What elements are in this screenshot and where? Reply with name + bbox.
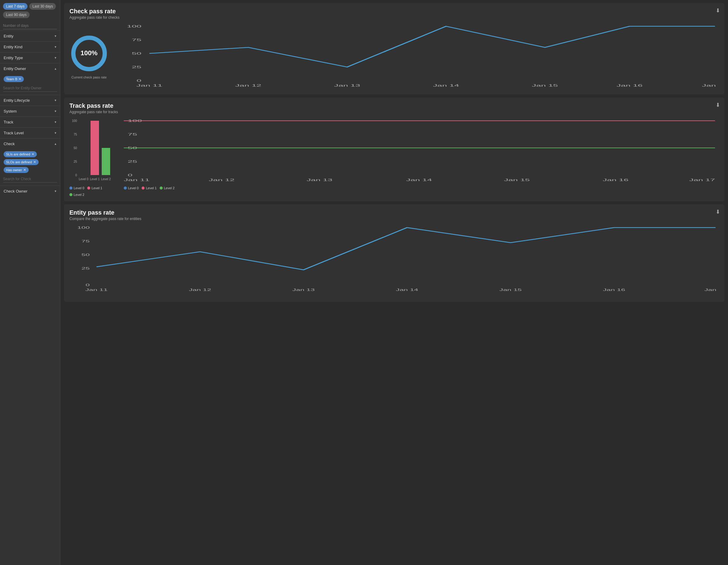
filter-system: System ▾ bbox=[0, 106, 60, 117]
check-search[interactable] bbox=[3, 176, 57, 183]
svg-text:25: 25 bbox=[74, 160, 77, 163]
track-legend-level0: Level 0 bbox=[124, 186, 139, 190]
track-legend-level0-label: Level 0 bbox=[128, 186, 139, 190]
filter-check-owner-label: Check Owner bbox=[4, 189, 27, 193]
filter-entity-label: Entity bbox=[4, 34, 14, 38]
bar-chart-legend: Level 0 Level 1 Level 2 bbox=[69, 186, 118, 196]
tag-slos-remove[interactable]: ✕ bbox=[33, 160, 36, 164]
entity-pass-rate-title: Entity pass rate bbox=[69, 209, 719, 216]
svg-text:Jan 12: Jan 12 bbox=[235, 84, 261, 88]
donut-container: 100% Current check pass rate bbox=[69, 34, 109, 79]
svg-text:Jan 12: Jan 12 bbox=[189, 288, 211, 292]
tag-team-b: Team B ✕ bbox=[4, 76, 24, 82]
bar-chart-container: 100 75 50 25 0 Level 0 Level 1 Level 2 bbox=[69, 118, 118, 196]
legend-level0: Level 0 bbox=[69, 186, 84, 190]
last-7-days-button[interactable]: Last 7 days bbox=[3, 3, 27, 10]
donut-chart: 100% bbox=[69, 34, 109, 73]
filter-entity-owner-label: Entity Owner bbox=[4, 66, 26, 71]
svg-text:0: 0 bbox=[128, 173, 133, 177]
filter-track-header[interactable]: Track ▾ bbox=[0, 117, 60, 127]
svg-text:Jan 13: Jan 13 bbox=[307, 178, 333, 182]
track-line-svg: 100 75 50 25 0 Jan 11 Jan 12 Jan 13 Jan … bbox=[124, 118, 719, 184]
filter-entity-kind-arrow: ▾ bbox=[55, 45, 56, 49]
filter-check-header[interactable]: Check ▴ bbox=[0, 139, 60, 149]
last-90-days-button[interactable]: Last 90 days bbox=[3, 11, 30, 18]
track-legend-level1: Level 1 bbox=[142, 186, 156, 190]
last-30-days-button[interactable]: Last 30 days bbox=[29, 3, 56, 10]
filter-check-arrow: ▴ bbox=[55, 142, 56, 146]
entity-pass-rate-download[interactable]: ⬇ bbox=[716, 209, 720, 215]
donut-label: Current check pass rate bbox=[72, 75, 107, 79]
filter-entity-kind: Entity Kind ▾ bbox=[0, 41, 60, 52]
days-input-container bbox=[0, 20, 60, 30]
tag-has-owner-label: Has owner bbox=[6, 168, 22, 172]
check-pass-rate-card: Check pass rate Aggregate pass rate for … bbox=[64, 3, 724, 94]
svg-text:50: 50 bbox=[74, 146, 77, 150]
track-pass-rate-card: Track pass rate Aggregate pass rate for … bbox=[64, 97, 724, 201]
track-pass-rate-subtitle: Aggregate pass rate for tracks bbox=[69, 110, 719, 114]
filter-entity-header[interactable]: Entity ▾ bbox=[0, 31, 60, 41]
filter-check-owner: Check Owner ▾ bbox=[0, 186, 60, 196]
filter-track-level: Track Level ▾ bbox=[0, 127, 60, 138]
filter-entity-lifecycle-label: Entity Lifecycle bbox=[4, 98, 30, 103]
svg-text:Jan 17: Jan 17 bbox=[704, 288, 719, 292]
filter-entity-owner: Entity Owner ▴ Team B ✕ bbox=[0, 63, 60, 95]
filter-check-content: SLIs are defined ✕ SLOs are defined ✕ Ha… bbox=[0, 149, 60, 186]
filter-entity-lifecycle-arrow: ▾ bbox=[55, 98, 56, 102]
svg-text:Jan 16: Jan 16 bbox=[603, 288, 625, 292]
track-legend-level1-dot bbox=[142, 187, 145, 190]
days-input[interactable] bbox=[3, 22, 57, 29]
filter-system-header[interactable]: System ▾ bbox=[0, 106, 60, 117]
filter-track-level-arrow: ▾ bbox=[55, 131, 56, 135]
tag-team-b-remove[interactable]: ✕ bbox=[18, 77, 21, 81]
filter-system-label: System bbox=[4, 109, 17, 113]
tag-has-owner: Has owner ✕ bbox=[4, 167, 29, 173]
filter-entity-type-arrow: ▾ bbox=[55, 56, 56, 60]
svg-text:Jan 13: Jan 13 bbox=[292, 288, 315, 292]
filter-check-owner-header[interactable]: Check Owner ▾ bbox=[0, 186, 60, 196]
filter-check-owner-arrow: ▾ bbox=[55, 189, 56, 193]
svg-text:Jan 14: Jan 14 bbox=[406, 178, 432, 182]
main-content: Check pass rate Aggregate pass rate for … bbox=[60, 0, 728, 565]
entity-owner-search[interactable] bbox=[3, 85, 57, 92]
entity-pass-rate-card: Entity pass rate Compare the aggregate p… bbox=[64, 204, 724, 302]
filter-entity-type: Entity Type ▾ bbox=[0, 52, 60, 63]
check-line-chart: 100 75 50 25 0 Jan 11 Jan 12 Jan 13 Jan … bbox=[118, 23, 719, 90]
track-pass-rate-download[interactable]: ⬇ bbox=[716, 102, 720, 108]
svg-text:Jan 15: Jan 15 bbox=[500, 288, 522, 292]
filter-entity-owner-content: Team B ✕ bbox=[0, 74, 60, 95]
svg-text:Jan 11: Jan 11 bbox=[124, 178, 150, 182]
filter-check-label: Check bbox=[4, 142, 15, 146]
legend-level1: Level 1 bbox=[87, 186, 102, 190]
filter-entity-type-header[interactable]: Entity Type ▾ bbox=[0, 53, 60, 63]
entity-line-chart: 100 75 50 25 0 Jan 11 Jan 12 Jan 13 Jan … bbox=[69, 225, 719, 297]
track-line-legend: Level 0 Level 1 Level 2 bbox=[124, 186, 719, 190]
svg-rect-32 bbox=[102, 148, 110, 175]
filter-entity-lifecycle-header[interactable]: Entity Lifecycle ▾ bbox=[0, 95, 60, 106]
filter-entity-lifecycle: Entity Lifecycle ▾ bbox=[0, 95, 60, 106]
svg-text:0: 0 bbox=[137, 79, 142, 83]
filter-system-arrow: ▾ bbox=[55, 109, 56, 113]
svg-text:50: 50 bbox=[132, 52, 142, 56]
filter-track-level-header[interactable]: Track Level ▾ bbox=[0, 128, 60, 138]
tag-slos: SLOs are defined ✕ bbox=[4, 159, 39, 165]
filter-entity-owner-header[interactable]: Entity Owner ▴ bbox=[0, 63, 60, 74]
tag-slis-remove[interactable]: ✕ bbox=[31, 152, 34, 156]
svg-text:Jan 11: Jan 11 bbox=[136, 84, 163, 88]
svg-text:75: 75 bbox=[74, 133, 77, 136]
svg-text:Jan 15: Jan 15 bbox=[532, 84, 558, 88]
track-inner: 100 75 50 25 0 Level 0 Level 1 Level 2 bbox=[69, 118, 719, 196]
svg-rect-31 bbox=[91, 121, 99, 175]
legend-level1-dot bbox=[87, 187, 90, 190]
filter-entity-kind-header[interactable]: Entity Kind ▾ bbox=[0, 42, 60, 52]
check-line-svg: 100 75 50 25 0 Jan 11 Jan 12 Jan 13 Jan … bbox=[118, 23, 719, 90]
track-pass-rate-title: Track pass rate bbox=[69, 102, 719, 109]
svg-text:100: 100 bbox=[127, 24, 142, 28]
svg-text:100: 100 bbox=[77, 226, 90, 229]
svg-text:50: 50 bbox=[81, 253, 90, 257]
check-pass-rate-download[interactable]: ⬇ bbox=[716, 7, 720, 14]
track-legend-level2-label: Level 2 bbox=[164, 186, 174, 190]
track-legend-level2: Level 2 bbox=[160, 186, 174, 190]
tag-has-owner-remove[interactable]: ✕ bbox=[23, 168, 26, 172]
track-legend-level2-dot bbox=[160, 187, 163, 190]
